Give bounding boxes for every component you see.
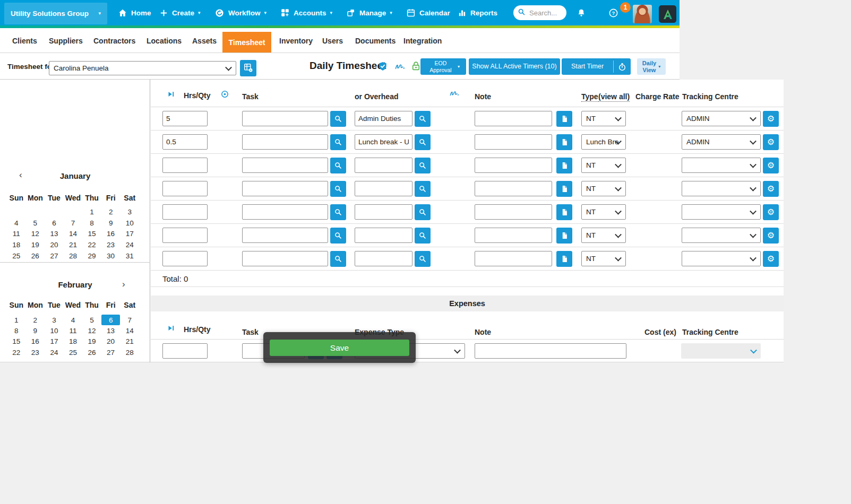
task-search-button[interactable]	[330, 228, 346, 244]
calendar-day[interactable]: 3	[120, 206, 139, 218]
calendar-day[interactable]: 20	[101, 336, 121, 347]
calendar-day[interactable]: 2	[26, 315, 45, 325]
calendar-day[interactable]: 25	[7, 250, 26, 262]
task-input[interactable]	[242, 111, 328, 126]
calendar-day[interactable]: 1	[82, 206, 101, 218]
tracking-centre-select[interactable]: ADMIN	[682, 111, 761, 126]
type-select[interactable]: Lunch Bre	[581, 134, 626, 150]
calendar-day[interactable]: 22	[7, 347, 26, 358]
calendar-day[interactable]: 19	[26, 239, 45, 250]
calendar-day[interactable]: 10	[120, 218, 139, 229]
search-input[interactable]	[528, 8, 562, 18]
tab-documents[interactable]: Documents	[355, 37, 396, 45]
tab-suppliers[interactable]: Suppliers	[49, 37, 83, 45]
help-button[interactable]: ?	[608, 0, 618, 25]
hrs-input[interactable]	[162, 158, 208, 173]
calendar-day[interactable]: 7	[120, 315, 139, 325]
type-select[interactable]: NT	[581, 251, 626, 266]
task-input[interactable]	[242, 228, 328, 243]
hrs-input[interactable]	[162, 111, 208, 126]
app-logo[interactable]	[659, 5, 676, 23]
calendar-day[interactable]: 30	[101, 250, 121, 262]
overhead-search-button[interactable]	[415, 204, 431, 220]
calendar-day[interactable]: 21	[120, 336, 139, 347]
task-search-button[interactable]	[330, 158, 346, 173]
calendar-day[interactable]: 4	[7, 218, 26, 229]
task-input[interactable]	[242, 158, 328, 173]
overhead-search-button[interactable]	[415, 251, 431, 267]
calendar-day[interactable]: 7	[64, 218, 83, 229]
tab-timesheet[interactable]: Timesheet	[222, 32, 271, 53]
calendar-day[interactable]: 15	[82, 228, 101, 239]
user-avatar[interactable]	[633, 5, 652, 23]
calendar-day[interactable]: 25	[64, 347, 83, 358]
tracking-centre-select[interactable]	[682, 158, 761, 173]
tab-users[interactable]: Users	[322, 37, 343, 45]
task-input[interactable]	[242, 204, 328, 220]
type-select[interactable]: NT	[581, 204, 626, 220]
note-button[interactable]	[556, 158, 572, 173]
eod-approval-button[interactable]: EODApproval ▾	[420, 58, 466, 75]
row-settings-button[interactable]: ⚙	[763, 228, 779, 244]
calendar-day[interactable]: 13	[45, 228, 64, 239]
tab-assets[interactable]: Assets	[192, 37, 217, 45]
calendar-day[interactable]: 17	[120, 228, 139, 239]
tracking-centre-select[interactable]	[682, 228, 761, 243]
calendar-day[interactable]: 31	[120, 250, 139, 262]
view-mode-button[interactable]: DailyView ▾	[637, 58, 666, 75]
note-input[interactable]	[475, 343, 626, 359]
nav-create[interactable]: Create ▾	[159, 0, 201, 25]
task-search-button[interactable]	[330, 204, 346, 220]
calendar-day[interactable]: 1	[7, 315, 26, 325]
hrs-input[interactable]	[162, 251, 208, 266]
notification-count-badge[interactable]: 1	[620, 2, 631, 13]
timesheet-settings-button[interactable]	[240, 60, 256, 76]
task-input[interactable]	[242, 134, 328, 150]
notifications-button[interactable]	[577, 0, 586, 25]
type-select[interactable]: NT	[581, 181, 626, 196]
org-selector[interactable]: Utility Solutions Group ▾	[4, 3, 107, 24]
calendar-day[interactable]: 23	[101, 239, 121, 250]
calendar-day[interactable]: 16	[101, 228, 121, 239]
note-field[interactable]	[475, 228, 552, 243]
stopwatch-button[interactable]	[614, 58, 631, 75]
row-settings-button[interactable]: ⚙	[763, 134, 779, 150]
calendar-day[interactable]: 6	[45, 218, 64, 229]
row-settings-button[interactable]: ⚙	[763, 111, 779, 127]
jump-to-icon[interactable]	[167, 90, 175, 100]
tracking-centre-select[interactable]	[681, 343, 761, 359]
overhead-search-button[interactable]	[415, 158, 431, 173]
calendar-day[interactable]: 5	[82, 315, 101, 325]
hrs-input[interactable]	[162, 228, 208, 243]
hrs-input[interactable]	[162, 343, 208, 359]
calendar-day[interactable]: 28	[120, 347, 139, 358]
overhead-search-button[interactable]	[415, 181, 431, 197]
calendar-day[interactable]: 18	[7, 239, 26, 250]
nav-workflow[interactable]: Workflow ▾	[214, 0, 267, 25]
calendar-day[interactable]: 28	[64, 250, 83, 262]
signature-icon[interactable]	[395, 63, 405, 73]
nav-accounts[interactable]: Accounts ▾	[280, 0, 332, 25]
calendar-day[interactable]: 27	[45, 250, 64, 262]
calendar-day[interactable]: 22	[82, 239, 101, 250]
tracking-centre-select[interactable]	[682, 251, 761, 266]
calendar-day[interactable]: 12	[82, 325, 101, 336]
nav-manage[interactable]: Manage ▾	[346, 0, 392, 25]
nav-home[interactable]: Home	[118, 0, 151, 25]
row-settings-button[interactable]: ⚙	[763, 204, 779, 220]
note-button[interactable]	[556, 251, 572, 267]
tab-locations[interactable]: Locations	[147, 37, 182, 45]
task-search-button[interactable]	[330, 134, 346, 150]
col-header-type[interactable]: Type	[581, 92, 598, 102]
tab-contractors[interactable]: Contractors	[93, 37, 135, 45]
tab-integration[interactable]: Integration	[403, 37, 442, 45]
overhead-search-button[interactable]	[415, 111, 431, 127]
overhead-input[interactable]	[355, 228, 412, 243]
task-search-button[interactable]	[330, 111, 346, 127]
lock-icon[interactable]	[411, 61, 420, 73]
next-month-arrow[interactable]: ›	[122, 280, 125, 289]
type-select[interactable]: NT	[581, 111, 626, 126]
task-input[interactable]	[242, 251, 328, 266]
calendar-day[interactable]: 5	[26, 218, 45, 229]
nav-reports[interactable]: Reports	[458, 0, 497, 25]
